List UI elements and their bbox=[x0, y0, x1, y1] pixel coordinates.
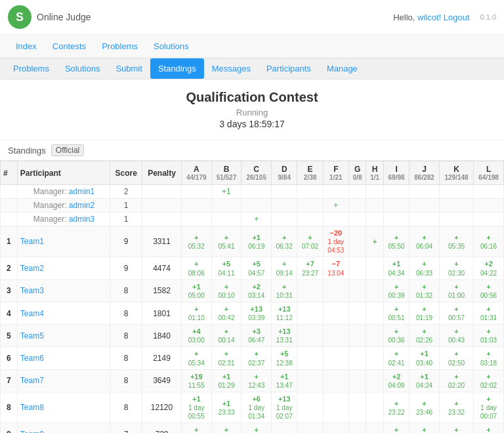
tab-messages[interactable]: Messages bbox=[204, 58, 259, 79]
cell-6-11: + 02:02 bbox=[474, 369, 504, 392]
cell-7-11: + 1 day00:07 bbox=[474, 392, 504, 423]
cell-4-3: +13 13:31 bbox=[272, 325, 297, 347]
cell-4-7 bbox=[366, 325, 383, 347]
rank-cell: 6 bbox=[1, 347, 18, 369]
logout-link[interactable]: Logout bbox=[444, 12, 470, 22]
table-row: 8 Team8 8 12120 +1 1 day00:55 +1 23:33 +… bbox=[1, 392, 504, 423]
col-g: G0/8 bbox=[349, 161, 366, 185]
cell-8-10: + 00:44 bbox=[439, 423, 473, 433]
table-row: 4 Team4 8 1801 + 01:10 + 00:42 +13 03:39… bbox=[1, 302, 504, 324]
tab-submit[interactable]: Submit bbox=[108, 58, 150, 79]
manager-cell-2: + bbox=[242, 213, 272, 226]
main-nav-links: Index Contests Problems Solutions bbox=[8, 35, 197, 58]
cell-4-6 bbox=[349, 325, 366, 347]
cell-6-9: +1 04:24 bbox=[410, 369, 440, 392]
manager-cell-1 bbox=[211, 213, 242, 226]
team-name: Team1 bbox=[17, 226, 110, 257]
penalty-cell: 1840 bbox=[142, 325, 182, 347]
app-subtitle: Online Judge bbox=[37, 12, 91, 22]
cell-5-5 bbox=[323, 347, 348, 369]
table-row: 7 Team7 8 3649 +19 11:55 +1 01:29 + 12:4… bbox=[1, 369, 504, 392]
cell-3-4 bbox=[297, 302, 323, 324]
cell-3-2: +13 03:39 bbox=[242, 302, 272, 324]
manager-cell-9 bbox=[410, 199, 440, 213]
manager-link[interactable]: admin3 bbox=[69, 215, 94, 224]
manager-cell-1 bbox=[211, 199, 242, 213]
team-name: Team8 bbox=[17, 392, 110, 423]
manager-cell-11 bbox=[474, 185, 504, 199]
cell-4-0: +4 03:00 bbox=[181, 325, 211, 347]
rank-cell: 3 bbox=[1, 279, 18, 302]
tab-manage[interactable]: Manage bbox=[319, 58, 366, 79]
cell-2-3: + 10:31 bbox=[272, 279, 297, 302]
col-score: Score bbox=[110, 161, 142, 185]
manager-cell-4 bbox=[297, 213, 323, 226]
penalty-cell: 1801 bbox=[142, 302, 182, 324]
nav-solutions[interactable]: Solutions bbox=[146, 35, 196, 58]
cell-2-8: + 00:39 bbox=[383, 279, 409, 302]
manager-cell-3 bbox=[272, 213, 297, 226]
tab-solutions[interactable]: Solutions bbox=[57, 58, 108, 79]
cell-0-6 bbox=[349, 226, 366, 257]
cell-1-8: +1 04:34 bbox=[383, 257, 409, 279]
tab-problems[interactable]: Problems bbox=[5, 58, 57, 79]
manager-row: Manager: admin2 1 + bbox=[1, 199, 504, 213]
cell-2-1: + 00:10 bbox=[211, 279, 242, 302]
cell-6-6 bbox=[349, 369, 366, 392]
nav-problems[interactable]: Problems bbox=[94, 35, 146, 58]
manager-link[interactable]: admin1 bbox=[69, 187, 94, 196]
col-d: D9/84 bbox=[272, 161, 297, 185]
cell-6-8: +2 04:09 bbox=[383, 369, 409, 392]
cell-5-7 bbox=[366, 347, 383, 369]
tab-participants[interactable]: Participants bbox=[259, 58, 319, 79]
cell-2-0: +1 05:00 bbox=[181, 279, 211, 302]
manager-cell-6 bbox=[349, 213, 366, 226]
cell-7-5 bbox=[323, 392, 348, 423]
cell-2-4 bbox=[297, 279, 323, 302]
manager-cell-6 bbox=[349, 185, 366, 199]
manager-cell-1: +1 bbox=[211, 185, 242, 199]
cell-8-0: + 00:34 bbox=[181, 423, 211, 433]
cell-8-11: + 01:33 bbox=[474, 423, 504, 433]
team-name: Team3 bbox=[17, 279, 110, 302]
cell-7-0: +1 1 day00:55 bbox=[181, 392, 211, 423]
team-name: Team7 bbox=[17, 369, 110, 392]
manager-cell-0 bbox=[181, 213, 211, 226]
score-cell: 8 bbox=[110, 279, 142, 302]
manager-cell-4 bbox=[297, 185, 323, 199]
cell-3-1: + 00:42 bbox=[211, 302, 242, 324]
manager-cell-7 bbox=[366, 185, 383, 199]
sub-nav: Problems Solutions Submit Standings Mess… bbox=[0, 58, 504, 79]
tab-standings[interactable]: Standings bbox=[150, 58, 204, 79]
manager-rank bbox=[1, 213, 18, 226]
cell-3-8: + 00:51 bbox=[383, 302, 409, 324]
cell-1-9: + 06:33 bbox=[410, 257, 440, 279]
manager-score: 2 bbox=[110, 185, 142, 199]
cell-6-5 bbox=[323, 369, 348, 392]
cell-0-1: + 05:41 bbox=[211, 226, 242, 257]
rank-cell: 1 bbox=[1, 226, 18, 257]
manager-cell-0 bbox=[181, 185, 211, 199]
cell-1-5: −7 13:04 bbox=[323, 257, 348, 279]
nav-index[interactable]: Index bbox=[8, 35, 45, 58]
contest-status: Running bbox=[10, 108, 494, 117]
cell-4-9: + 02:26 bbox=[410, 325, 440, 347]
cell-5-1: + 02:31 bbox=[211, 347, 242, 369]
manager-rank bbox=[1, 185, 18, 199]
cell-8-6 bbox=[349, 423, 366, 433]
col-i: I69/98 bbox=[383, 161, 409, 185]
manager-link[interactable]: admin2 bbox=[69, 201, 94, 210]
manager-penalty bbox=[142, 185, 182, 199]
manager-row: Manager: admin1 2 +1 bbox=[1, 185, 504, 199]
cell-4-1: + 00:14 bbox=[211, 325, 242, 347]
table-row: 5 Team5 8 1840 +4 03:00 + 00:14 +3 06:47… bbox=[1, 325, 504, 347]
col-b: B51/527 bbox=[211, 161, 242, 185]
nav-contests[interactable]: Contests bbox=[45, 35, 94, 58]
username-link[interactable]: wilcot! bbox=[417, 12, 441, 22]
col-h: H1/1 bbox=[366, 161, 383, 185]
rank-cell: 4 bbox=[1, 302, 18, 324]
manager-cell-9 bbox=[410, 185, 440, 199]
rank-cell: 7 bbox=[1, 369, 18, 392]
cell-3-3: +13 11:12 bbox=[272, 302, 297, 324]
team-name: Team5 bbox=[17, 325, 110, 347]
